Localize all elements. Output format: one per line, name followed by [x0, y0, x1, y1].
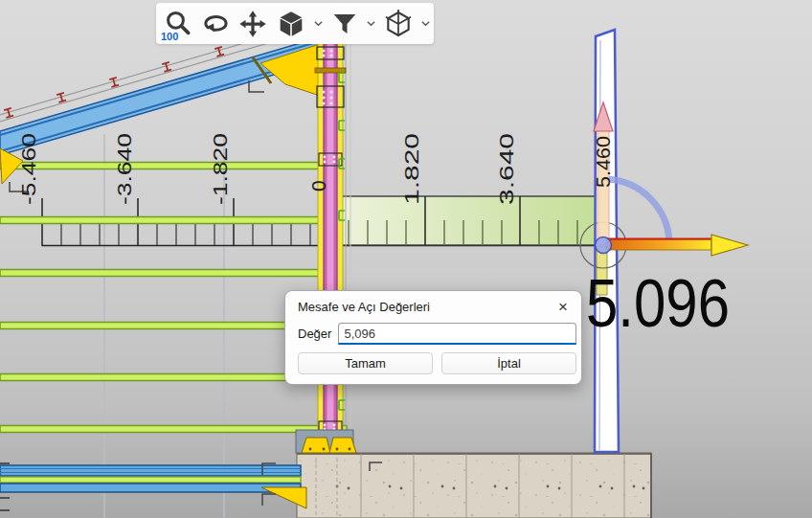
ruler-label: -3.640: [113, 133, 135, 205]
zoom-area-button[interactable]: 100: [162, 6, 194, 42]
filter-dropdown[interactable]: [366, 10, 376, 38]
measurement-readout: 5.096: [586, 266, 730, 341]
pan-button[interactable]: [237, 6, 269, 42]
filter-icon: [330, 10, 359, 38]
concrete-wall[interactable]: [297, 453, 651, 518]
axonometric-view-icon: [383, 9, 414, 39]
view-cube-button[interactable]: [274, 6, 308, 42]
origin-handle[interactable]: [596, 237, 612, 254]
cancel-button[interactable]: İptal: [441, 352, 576, 374]
ok-button[interactable]: Tamam: [298, 352, 433, 374]
value-input[interactable]: [338, 323, 576, 345]
close-icon[interactable]: ×: [556, 301, 570, 314]
rotate-view-button[interactable]: [199, 6, 232, 42]
view-cube-icon: [276, 9, 306, 39]
chevron-down-icon: [366, 18, 376, 29]
ruler-label: 3.640: [495, 133, 517, 205]
ruler-label: 1.820: [400, 133, 422, 205]
filter-button[interactable]: [328, 6, 361, 42]
ruler-label-vertical: 5.460: [592, 136, 614, 188]
dialog-title: Mesafe ve Açı Değerleri: [298, 300, 430, 314]
distance-angle-dialog: Mesafe ve Açı Değerleri × Değer Tamam İp…: [284, 290, 582, 385]
model-viewport[interactable]: -5.460 -3.640 -1.820 0 1.820 3.640 5.460…: [0, 0, 812, 518]
chevron-down-icon: [420, 18, 431, 29]
ruler-label: -1.820: [209, 133, 231, 205]
value-field-label: Değer: [298, 327, 331, 341]
zoom-level-value: 100: [161, 31, 178, 42]
axonometric-dropdown[interactable]: [420, 10, 431, 38]
column-base[interactable]: [296, 430, 356, 453]
measure-band[interactable]: [329, 196, 598, 245]
view-cube-dropdown[interactable]: [313, 10, 324, 38]
ruler-label-zero: 0: [307, 180, 329, 191]
ruler-label: -5.460: [17, 133, 39, 205]
axonometric-view-button[interactable]: [381, 6, 416, 42]
application-window: -5.460 -3.640 -1.820 0 1.820 3.640 5.460…: [0, 0, 812, 518]
chevron-down-icon: [313, 18, 324, 29]
viewport-background: [0, 0, 812, 518]
pan-icon: [238, 10, 267, 38]
rotate-view-icon: [201, 10, 230, 38]
view-toolbar: 100: [156, 3, 434, 44]
